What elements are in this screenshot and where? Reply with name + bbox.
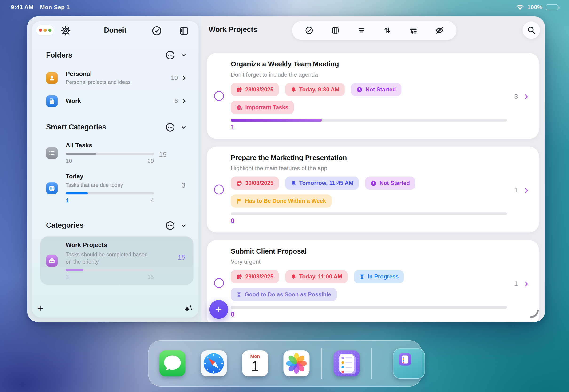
badge-label: 29/08/2025	[245, 274, 273, 280]
dock-divider	[371, 348, 372, 379]
task-checkbox[interactable]	[214, 185, 224, 195]
resize-handle-icon[interactable]	[530, 309, 539, 319]
chevron-down-icon[interactable]	[180, 221, 188, 229]
add-button[interactable]: +	[37, 303, 43, 314]
doneit-mini-icon	[399, 353, 411, 365]
badge-label: Good to Do as Soon as Possible	[244, 291, 331, 298]
task-progress-bar	[231, 119, 507, 122]
sidebar-item-work[interactable]: Work6	[46, 95, 188, 107]
check-circle-icon[interactable]	[150, 25, 163, 37]
chevron-down-icon[interactable]	[180, 123, 188, 131]
toolbar-check-circle-icon[interactable]	[303, 24, 315, 36]
task-checkbox[interactable]	[214, 278, 224, 288]
progress-done-count: 3	[66, 274, 69, 280]
message-bubble-icon	[164, 356, 181, 371]
dock-messages-icon[interactable]	[159, 350, 185, 377]
main-content: Work Projects Organize a Weekly Team Mee…	[201, 16, 545, 322]
sidebar-item-work-projects[interactable]: Work ProjectsTasks should be completed b…	[40, 237, 193, 285]
dock-doneit-icon[interactable]	[333, 350, 359, 377]
bell-icon	[291, 180, 297, 186]
progress-fill	[66, 269, 83, 271]
progress-track	[66, 192, 154, 194]
toolbar-columns-icon[interactable]	[329, 24, 341, 36]
section-heading-folders: Folders	[46, 50, 188, 60]
toolbar-sort-icon[interactable]	[381, 24, 393, 36]
section-title: Smart Categories	[46, 123, 106, 131]
toolbar-queue-icon[interactable]	[407, 24, 419, 36]
task-count: 1	[514, 280, 518, 287]
task-open-chevron-icon[interactable]	[522, 93, 530, 101]
section-more-icon[interactable]	[165, 50, 175, 60]
dock-app-window-thumbnail[interactable]	[393, 348, 425, 379]
item-count: 6	[174, 97, 178, 105]
task-open-chevron-icon[interactable]	[522, 186, 530, 194]
calendar-badge-icon	[236, 180, 242, 186]
badge-label: In Progress	[368, 274, 399, 280]
item-subtitle: Tasks that are due today	[66, 182, 154, 189]
building-icon	[46, 95, 57, 107]
task-title: Submit Client Proposal	[231, 248, 506, 255]
badge-label: 30/08/2025	[245, 180, 273, 187]
item-title: All Tasks	[66, 142, 188, 149]
task-open-chevron-icon[interactable]	[522, 280, 530, 288]
date-badge: 29/08/2025	[231, 83, 279, 96]
dock-calendar-icon[interactable]: Mon1	[242, 350, 268, 377]
status-time: 9:41 AM	[11, 4, 33, 11]
tag-badge: Has to Be Done Within a Week	[231, 194, 331, 208]
sidebar-panel-icon[interactable]	[178, 25, 190, 37]
task-card[interactable]: Prepare the Marketing PresentationHighli…	[207, 147, 539, 233]
task-subtitle: Highlight the main features of the app	[231, 165, 506, 171]
progress-done-count: 1	[66, 197, 69, 204]
dock-safari-icon[interactable]	[200, 350, 227, 377]
briefcase-icon	[46, 255, 57, 266]
status-badge: Not Started	[351, 83, 401, 96]
status-badge: Not Started	[365, 177, 415, 190]
flag-icon	[236, 198, 242, 204]
progress-fill	[66, 153, 96, 155]
doneit-list-icon	[339, 354, 354, 373]
task-card[interactable]: Submit Client ProposalVery urgent29/08/2…	[207, 240, 539, 322]
section-more-icon[interactable]	[165, 221, 175, 231]
clock-alert-icon	[236, 104, 242, 111]
toolbar-filter-icon[interactable]	[355, 24, 367, 36]
dock: Mon1	[148, 340, 422, 387]
sidebar-item-all-tasks[interactable]: All Tasks102919	[46, 142, 188, 164]
task-title: Prepare the Marketing Presentation	[231, 154, 506, 162]
section-more-icon[interactable]	[165, 122, 175, 132]
task-checkbox[interactable]	[214, 91, 224, 101]
sparkles-ai-icon[interactable]	[183, 304, 193, 314]
status-badge: In Progress	[354, 270, 404, 283]
chevron-down-icon[interactable]	[180, 51, 188, 59]
photos-flower-icon	[283, 350, 309, 377]
reminder-badge: Today, 11:00 AM	[285, 270, 347, 283]
sidebar-item-today[interactable]: TodayTasks that are due today314	[46, 173, 188, 204]
hourglass-icon	[236, 291, 242, 297]
task-count: 3	[514, 93, 518, 100]
task-progress-bar	[231, 306, 507, 309]
clock-icon	[370, 180, 377, 186]
task-subtitle: Very urgent	[231, 259, 506, 265]
task-progress-bar	[231, 212, 507, 215]
wifi-icon	[516, 4, 524, 11]
progress-track	[66, 153, 154, 155]
sidebar-footer: +	[32, 298, 199, 317]
dock-photos-icon[interactable]	[283, 350, 309, 377]
bell-icon	[291, 86, 297, 93]
toolbar	[292, 21, 456, 40]
task-count: 1	[514, 186, 518, 194]
item-count: 3	[182, 181, 185, 189]
sidebar-item-personal[interactable]: PersonalPersonal projects and ideas10	[46, 70, 188, 86]
section-title: Categories	[46, 221, 84, 230]
date-badge: 29/08/2025	[231, 270, 279, 283]
battery-percent: 100%	[527, 4, 542, 11]
page-title: Work Projects	[209, 25, 257, 34]
search-button[interactable]	[523, 21, 540, 39]
badge-label: Has to Be Done Within a Week	[245, 198, 326, 204]
add-task-fab[interactable]: +	[210, 300, 228, 319]
progress-done-count: 10	[66, 158, 72, 164]
toolbar-hide-icon[interactable]	[433, 24, 446, 36]
bell-icon	[291, 274, 297, 280]
section-title: Folders	[46, 51, 72, 59]
task-card[interactable]: Organize a Weekly Team MeetingDon’t forg…	[207, 53, 539, 139]
sidebar-panel: Doneit FoldersPersonalPersonal projects …	[32, 21, 199, 318]
